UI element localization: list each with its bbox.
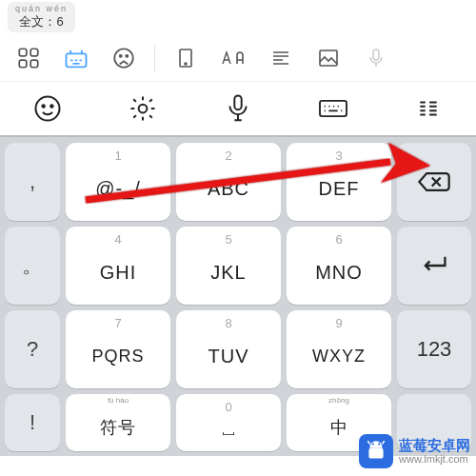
svg-point-20 xyxy=(378,443,380,445)
key-9[interactable]: 9WXYZ xyxy=(287,310,391,388)
backspace-icon xyxy=(416,169,452,195)
voice-icon[interactable] xyxy=(190,93,286,124)
svg-rect-3 xyxy=(30,60,38,68)
format-toolbar xyxy=(0,34,476,82)
enter-icon xyxy=(419,252,449,279)
key-main: MNO xyxy=(315,262,363,284)
watermark-logo xyxy=(359,434,393,468)
svg-rect-16 xyxy=(234,95,241,109)
key-main: PQRS xyxy=(91,347,144,367)
candidate-bar: quán wén 全文：6 xyxy=(0,0,476,34)
svg-rect-17 xyxy=(320,101,347,116)
key-symbol[interactable]: fú hào 符号 xyxy=(66,394,170,451)
key-main: ABC xyxy=(208,178,249,200)
svg-rect-10 xyxy=(320,50,337,66)
key-pinyin: zhōng xyxy=(328,396,349,405)
key-6[interactable]: 6MNO xyxy=(287,227,391,305)
ime-icon[interactable] xyxy=(55,39,97,77)
svg-point-5 xyxy=(114,49,133,68)
key-main: 中 xyxy=(330,416,348,439)
face-icon[interactable] xyxy=(103,39,145,77)
key-num: 1 xyxy=(114,149,121,163)
key-main: 符号 xyxy=(100,416,136,439)
svg-rect-2 xyxy=(19,60,27,68)
key-label: ! xyxy=(30,410,35,435)
key-period[interactable]: 。 xyxy=(5,227,60,305)
watermark: 蓝莓安卓网 www.lmkjt.com xyxy=(359,434,470,468)
key-question[interactable]: ? xyxy=(5,310,60,388)
image-icon[interactable] xyxy=(307,39,349,77)
key-7[interactable]: 7PQRS xyxy=(66,310,170,388)
svg-rect-11 xyxy=(373,50,379,60)
key-num: 4 xyxy=(114,232,121,247)
key-num: 8 xyxy=(225,316,231,330)
lines-icon[interactable] xyxy=(381,96,476,121)
toolbar-divider xyxy=(154,44,155,72)
key-num: 5 xyxy=(225,232,231,247)
key-2[interactable]: 2ABC xyxy=(176,143,281,221)
svg-point-6 xyxy=(120,54,122,56)
candidate-text: 全文：6 xyxy=(19,13,63,30)
tablet-icon[interactable] xyxy=(165,39,207,77)
candidate-pinyin: quán wén xyxy=(15,4,68,13)
keyboard-icon[interactable] xyxy=(286,95,381,122)
key-main: ⎵ xyxy=(223,418,235,440)
svg-rect-1 xyxy=(30,49,38,56)
mic-icon[interactable] xyxy=(355,39,397,77)
key-num: 7 xyxy=(114,316,121,330)
key-main: @-_/ xyxy=(95,178,141,200)
candidate-suggestion[interactable]: quán wén 全文：6 xyxy=(8,2,75,32)
key-1[interactable]: 1@-_/ xyxy=(66,143,170,221)
watermark-url: www.lmkjt.com xyxy=(399,453,470,465)
svg-point-19 xyxy=(372,443,374,445)
key-main: DEF xyxy=(319,178,360,200)
key-main: GHI xyxy=(100,262,137,284)
svg-point-7 xyxy=(126,54,128,56)
key-backspace[interactable] xyxy=(397,143,471,221)
key-comma[interactable]: , xyxy=(5,143,60,221)
key-enter[interactable] xyxy=(397,227,471,305)
key-main: TUV xyxy=(208,346,249,367)
key-num: 6 xyxy=(335,232,342,247)
key-num: 3 xyxy=(335,149,342,163)
key-0[interactable]: 0 ⎵ xyxy=(176,394,281,451)
svg-point-15 xyxy=(139,105,148,113)
watermark-title: 蓝莓安卓网 xyxy=(399,438,470,454)
key-label: , xyxy=(30,169,35,194)
key-label: 123 xyxy=(417,337,452,362)
align-icon[interactable] xyxy=(260,39,302,77)
key-4[interactable]: 4GHI xyxy=(66,227,170,305)
key-label: ? xyxy=(27,337,38,362)
svg-rect-18 xyxy=(368,448,383,459)
key-exclaim[interactable]: ! xyxy=(5,394,60,451)
key-num: 9 xyxy=(335,316,342,330)
svg-point-12 xyxy=(36,97,60,121)
svg-point-9 xyxy=(185,63,187,65)
settings-icon[interactable] xyxy=(95,94,190,123)
key-123[interactable]: 123 xyxy=(397,310,471,388)
key-main: JKL xyxy=(210,262,246,284)
svg-point-14 xyxy=(50,105,53,108)
key-num: 0 xyxy=(225,400,231,414)
key-pinyin: fú hào xyxy=(108,396,129,405)
key-3[interactable]: 3DEF xyxy=(287,143,391,221)
emoji-icon[interactable] xyxy=(0,94,95,123)
key-main: WXYZ xyxy=(312,347,366,367)
key-num: 2 xyxy=(225,149,231,163)
svg-point-13 xyxy=(42,105,45,108)
svg-rect-0 xyxy=(19,49,27,56)
font-icon[interactable] xyxy=(212,39,254,77)
key-label: 。 xyxy=(22,251,43,280)
key-5[interactable]: 5JKL xyxy=(176,227,281,305)
keyboard-toolbar xyxy=(0,82,476,137)
grid-icon[interactable] xyxy=(8,39,50,77)
key-8[interactable]: 8TUV xyxy=(176,310,281,388)
keyboard-area: , 1@-_/ 2ABC 3DEF 。 4GHI 5JKL 6MNO ? 7PQ… xyxy=(0,137,476,456)
